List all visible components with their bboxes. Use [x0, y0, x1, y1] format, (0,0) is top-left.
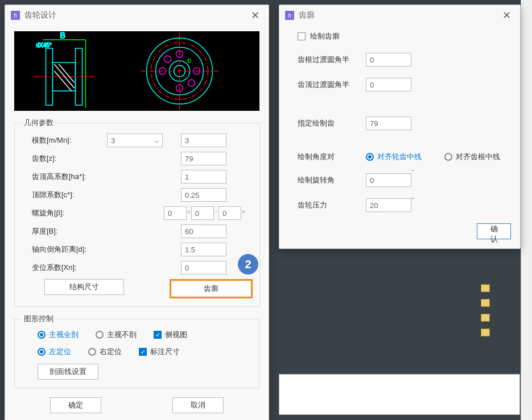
draw-profile-checkbox[interactable]	[298, 32, 306, 40]
chamfer-input[interactable]	[181, 243, 226, 256]
bottom-panel	[279, 374, 520, 415]
app-icon: h	[11, 11, 20, 20]
gear-design-title: 齿轮设计	[24, 10, 56, 20]
tip-fillet-input[interactable]	[366, 78, 411, 92]
teeth-input[interactable]	[181, 152, 226, 165]
geometry-params-group: 几何参数 模数[m/Mn]: 3 齿数[z]: 齿顶高系数[ha*]: 顶隙系数…	[14, 118, 260, 307]
check-dim-label[interactable]: ✓标注尺寸	[139, 347, 180, 357]
tooth-profile-highlight: 齿廓	[170, 279, 253, 298]
rot-angle-input[interactable]	[366, 173, 411, 187]
modulus-input[interactable]	[181, 134, 226, 147]
folder-icon[interactable]	[481, 314, 490, 322]
angle-align-label: 绘制角度对	[298, 152, 366, 162]
pressure-label: 齿轮压力	[298, 200, 366, 210]
graphic-control-group: 图形控制 主视全剖 主视不剖 ✓侧视图 左定位 右定位 ✓标注尺寸 剖面线设置	[14, 314, 259, 388]
callout-number-2: 2	[238, 254, 258, 275]
addendum-label: 齿顶高系数[ha*]:	[22, 172, 107, 182]
helix-min-input[interactable]	[191, 206, 214, 220]
svg-point-23	[164, 56, 171, 63]
gear-design-dialog: h 齿轮设计 ✕ B dX45°	[5, 5, 269, 420]
thickness-input[interactable]	[181, 224, 226, 238]
confirm-button[interactable]: 确认	[477, 223, 511, 239]
thickness-label: 厚度[B]:	[22, 226, 107, 236]
helix-label: 螺旋角[β]:	[22, 208, 107, 218]
radio-full-section[interactable]: 主视全剖	[38, 330, 79, 340]
root-fillet-label: 齿根过渡圆角半	[298, 55, 366, 65]
tooth-profile-title: 齿廓	[299, 10, 315, 20]
chamfer-label: 轴向倒角距离[d]:	[22, 244, 107, 255]
helix-sec-input[interactable]	[218, 206, 241, 220]
structure-size-button[interactable]: 结构尺寸	[44, 279, 124, 295]
close-icon[interactable]: ✕	[498, 9, 514, 22]
clearance-label: 顶隙系数[c*]:	[22, 190, 107, 200]
close-icon[interactable]: ✕	[247, 9, 263, 22]
rot-angle-label: 绘制旋转角	[298, 175, 366, 185]
ok-button[interactable]: 确定	[50, 397, 101, 413]
folder-icon[interactable]	[481, 328, 490, 336]
sidebar-folder-icons	[481, 284, 490, 336]
root-fillet-input[interactable]	[366, 53, 411, 66]
svg-text:dX45°: dX45°	[36, 42, 52, 48]
modulus-label: 模数[m/Mn]:	[22, 135, 107, 145]
cancel-button[interactable]: 取消	[172, 397, 224, 413]
shift-input[interactable]	[181, 261, 226, 275]
radio-right-align[interactable]: 右定位	[88, 347, 122, 357]
teeth-label: 齿数[z]:	[22, 153, 107, 164]
tooth-profile-dialog: h 齿廓 ✕ 绘制齿廓 齿根过渡圆角半 齿顶过渡圆角半 指定绘制齿	[279, 5, 521, 249]
svg-text:B: B	[60, 31, 65, 40]
addendum-input[interactable]	[181, 170, 226, 184]
geom-legend: 几何参数	[22, 118, 56, 128]
folder-icon[interactable]	[481, 299, 490, 307]
check-side-view[interactable]: ✓侧视图	[154, 330, 187, 340]
svg-point-22	[188, 80, 195, 86]
spec-teeth-label: 指定绘制齿	[298, 118, 366, 128]
helix-deg-input[interactable]	[164, 206, 187, 220]
radio-align-center[interactable]: 对齐轮齿中线	[366, 152, 422, 162]
shift-label: 变位系数[Xn]:	[22, 263, 107, 273]
folder-icon[interactable]	[481, 284, 490, 292]
draw-profile-label: 绘制齿廓	[310, 31, 340, 41]
app-icon: h	[285, 11, 294, 20]
radio-left-align[interactable]: 左定位	[38, 347, 71, 357]
modulus-select[interactable]: 3	[107, 134, 163, 147]
clearance-input[interactable]	[181, 188, 226, 202]
radio-align-root[interactable]: 对齐齿根中线	[444, 152, 500, 162]
spec-teeth-input[interactable]	[366, 117, 411, 130]
tooth-profile-button[interactable]: 齿廓	[173, 282, 249, 295]
right-toolbar-strip	[521, 0, 532, 420]
gear-design-titlebar[interactable]: h 齿轮设计 ✕	[5, 5, 269, 26]
radio-no-section[interactable]: 主视不剖	[96, 330, 137, 340]
tip-fillet-label: 齿顶过渡圆角半	[298, 80, 366, 90]
tooth-profile-titlebar[interactable]: h 齿廓 ✕	[279, 5, 520, 26]
pressure-input[interactable]	[366, 198, 411, 212]
graphic-legend: 图形控制	[22, 314, 56, 324]
gear-preview-image: B dX45°	[14, 31, 259, 111]
hatch-settings-button[interactable]: 剖面线设置	[38, 364, 98, 380]
svg-text:b: b	[188, 57, 192, 65]
